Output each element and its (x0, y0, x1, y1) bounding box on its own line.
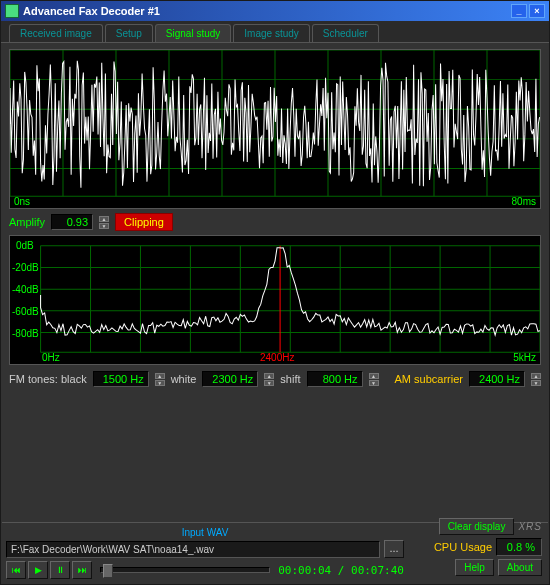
app-icon (5, 4, 19, 18)
pause-button[interactable]: ⏸ (50, 561, 70, 579)
about-button[interactable]: About (498, 559, 542, 576)
spectrum-x-center: 2400Hz (260, 352, 294, 363)
tab-received-image[interactable]: Received image (9, 24, 103, 42)
tab-scheduler[interactable]: Scheduler (312, 24, 379, 42)
clear-display-button[interactable]: Clear display (439, 518, 515, 535)
amplify-up[interactable]: ▲ (99, 216, 109, 222)
rewind-button[interactable]: ⏮ (6, 561, 26, 579)
fm-shift-down[interactable]: ▼ (369, 380, 379, 386)
fm-white-value[interactable]: 2300 Hz (202, 371, 258, 387)
fm-shift-up[interactable]: ▲ (369, 373, 379, 379)
spectrum-y-40: -40dB (12, 284, 39, 295)
play-button[interactable]: ▶ (28, 561, 48, 579)
fm-black-label: FM tones: black (9, 373, 87, 385)
waveform-x-start: 0ns (14, 196, 30, 207)
tabstrip: Received image Setup Signal study Image … (1, 21, 549, 43)
seek-slider[interactable] (100, 567, 270, 573)
input-wav-label: Input WAV (6, 527, 404, 538)
tab-signal-study[interactable]: Signal study (155, 24, 231, 42)
help-button[interactable]: Help (455, 559, 494, 576)
close-button[interactable]: × (529, 4, 545, 18)
fm-shift-value[interactable]: 800 Hz (307, 371, 363, 387)
tab-setup[interactable]: Setup (105, 24, 153, 42)
waveform-x-end: 80ms (512, 196, 536, 207)
spectrum-y-80: -80dB (12, 328, 39, 339)
fm-shift-label: shift (280, 373, 300, 385)
am-up[interactable]: ▲ (531, 373, 541, 379)
titlebar[interactable]: Advanced Fax Decoder #1 _ × (1, 1, 549, 21)
spectrum-y-0: 0dB (16, 240, 34, 251)
cpu-usage-value: 0.8 % (496, 538, 542, 556)
window-title: Advanced Fax Decoder #1 (23, 5, 511, 17)
fm-white-down[interactable]: ▼ (264, 380, 274, 386)
am-subcarrier-label: AM subcarrier (395, 373, 463, 385)
am-down[interactable]: ▼ (531, 380, 541, 386)
minimize-button[interactable]: _ (511, 4, 527, 18)
spectrum-y-20: -20dB (12, 262, 39, 273)
fm-black-value[interactable]: 1500 Hz (93, 371, 149, 387)
bottom-panel: Input WAV F:\Fax Decoder\Work\WAV SAT\no… (2, 522, 548, 583)
amplify-down[interactable]: ▼ (99, 223, 109, 229)
cpu-usage-label: CPU Usage (434, 541, 492, 553)
file-path-input[interactable]: F:\Fax Decoder\Work\WAV SAT\noaa14_.wav (6, 541, 380, 558)
clipping-indicator: Clipping (115, 213, 173, 231)
ffwd-button[interactable]: ⏭ (72, 561, 92, 579)
amplify-label: Amplify (9, 216, 45, 228)
am-subcarrier-value[interactable]: 2400 Hz (469, 371, 525, 387)
xrs-logo: XRS (518, 521, 542, 532)
fm-white-up[interactable]: ▲ (264, 373, 274, 379)
fm-black-down[interactable]: ▼ (155, 380, 165, 386)
waveform-chart: 0ns 80ms (9, 49, 541, 209)
fm-black-up[interactable]: ▲ (155, 373, 165, 379)
browse-button[interactable]: ... (384, 540, 404, 558)
tab-image-study[interactable]: Image study (233, 24, 309, 42)
spectrum-x-start: 0Hz (42, 352, 60, 363)
time-display: 00:00:04 / 00:07:40 (278, 564, 404, 577)
seek-thumb[interactable] (103, 564, 113, 578)
spectrum-chart: 0dB -20dB -40dB -60dB -80dB 0Hz 2400Hz 5… (9, 235, 541, 365)
amplify-value[interactable]: 0.93 (51, 214, 93, 230)
fm-white-label: white (171, 373, 197, 385)
spectrum-x-end: 5kHz (513, 352, 536, 363)
spectrum-y-60: -60dB (12, 306, 39, 317)
